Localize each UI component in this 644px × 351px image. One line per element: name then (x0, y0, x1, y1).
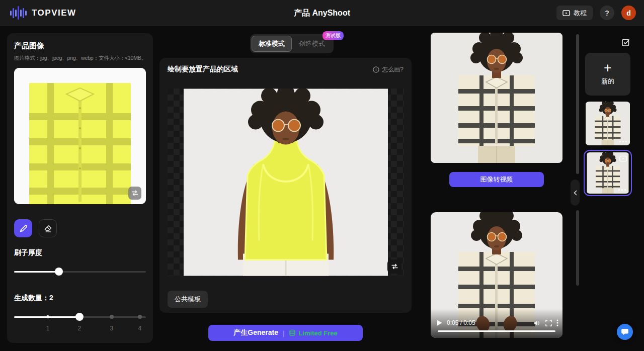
video-progress-bar[interactable] (438, 330, 555, 332)
draw-area-card: 绘制要放置产品的区域 怎么画? 公共模板 (159, 58, 412, 313)
draw-area-title: 绘制要放置产品的区域 (168, 65, 238, 74)
tick-label-3: 3 (110, 325, 114, 332)
canvas-swap-button[interactable] (387, 259, 401, 274)
more-options-button[interactable] (556, 319, 558, 326)
video-badge-icon (619, 155, 627, 164)
generate-label: 产生Generate (233, 328, 278, 337)
beta-badge: 测试版 (323, 31, 344, 40)
logo[interactable]: TOPVIEW (10, 6, 76, 21)
avatar-initial: d (626, 9, 631, 17)
brush-thickness-label: 刷子厚度 (14, 248, 146, 257)
new-label: 新的 (601, 77, 614, 86)
volume-button[interactable] (534, 320, 541, 326)
brush-thickness-slider[interactable] (14, 268, 146, 276)
tutorial-button[interactable]: 教程 (556, 6, 593, 20)
brush-icon (19, 224, 28, 233)
limited-free-label: Limited Free (298, 329, 337, 337)
new-generation-button[interactable]: + 新的 (585, 53, 630, 96)
tick-label-2: 2 (78, 325, 82, 332)
slider-track[interactable] (14, 271, 146, 273)
mode-tabs: 标准模式 创造模式 测试版 (250, 34, 334, 53)
chat-support-button[interactable] (617, 324, 633, 340)
count-stop-3[interactable] (110, 315, 114, 319)
chat-bubble-icon (621, 328, 629, 336)
generate-count-value: 2 (49, 294, 53, 302)
generated-result-image[interactable] (431, 33, 562, 163)
tab-standard-mode[interactable]: 标准模式 (252, 36, 292, 52)
mask-canvas[interactable] (168, 89, 404, 276)
thumbnail-menu-dots[interactable] (618, 189, 626, 191)
tick-label-1: 1 (46, 325, 50, 332)
coins-icon (289, 329, 296, 336)
masked-model-image (184, 89, 388, 276)
avatar[interactable]: d (621, 6, 636, 20)
multi-select-button[interactable] (621, 38, 630, 49)
slider-thumb[interactable] (75, 313, 84, 321)
info-icon (373, 66, 379, 73)
model-photo-with-mask[interactable] (184, 89, 388, 276)
count-tick-labels: 1 2 3 4 (14, 325, 146, 332)
page-title: 产品 AnyShoot (294, 0, 350, 26)
checkbox-check-icon (621, 38, 630, 47)
history-thumbnail-1[interactable] (585, 102, 630, 145)
sidebar-collapse-handle[interactable] (571, 180, 580, 206)
header: TOPVIEW 产品 AnyShoot 教程 ? d (0, 0, 644, 26)
generate-count-slider[interactable] (14, 313, 146, 321)
product-image-box[interactable] (14, 68, 146, 204)
swap-icon (131, 190, 138, 196)
video-player[interactable]: 0:05 / 0:05 (431, 212, 562, 338)
tutorial-label: 教程 (574, 9, 587, 18)
video-tutorial-icon (562, 10, 570, 17)
video-controls: 0:05 / 0:05 (437, 318, 558, 328)
generate-button[interactable]: 产生Generate | Limited Free (208, 325, 363, 341)
logo-text: TOPVIEW (32, 8, 76, 18)
generate-count-label: 生成数量：2 (14, 294, 146, 303)
sidebar-scrollbar-lower[interactable] (576, 210, 579, 286)
thumbnail-menu-dots[interactable] (619, 141, 627, 142)
chevron-left-icon (574, 190, 577, 196)
product-panel-title: 产品图像 (14, 41, 146, 51)
help-button[interactable]: ? (600, 6, 614, 20)
fullscreen-button[interactable] (545, 320, 552, 326)
product-panel: 产品图像 图片格式：jpg、jpeg、png、webp；文件大小：<10MB。 … (7, 33, 153, 343)
waveform-logo-icon (10, 6, 27, 21)
swap-icon (391, 264, 398, 270)
format-hint: 图片格式：jpg、jpeg、png、webp；文件大小：<10MB。 (14, 55, 146, 62)
eraser-tool-button[interactable] (39, 219, 57, 237)
video-time: 0:05 / 0:05 (447, 319, 475, 326)
sidebar-scrollbar[interactable] (576, 34, 579, 174)
result-model-image (431, 33, 562, 163)
play-button[interactable] (437, 320, 442, 326)
slider-thumb[interactable] (55, 268, 63, 276)
generate-divider: | (283, 329, 284, 337)
tab-creative-mode[interactable]: 创造模式 测试版 (292, 36, 332, 52)
thumbnail-image (585, 102, 630, 145)
eraser-icon (44, 224, 52, 233)
plus-icon: + (604, 62, 612, 73)
public-templates-button[interactable]: 公共模板 (168, 291, 208, 308)
swap-product-button[interactable] (128, 187, 141, 200)
tick-label-4: 4 (138, 325, 142, 332)
count-stop-1[interactable] (46, 315, 49, 318)
image-to-video-button[interactable]: 图像转视频 (449, 172, 544, 187)
history-thumbnail-2-selected[interactable] (584, 150, 632, 196)
brush-tool-button[interactable] (14, 219, 32, 237)
product-shirt-image (14, 68, 146, 204)
app-window: TOPVIEW 产品 AnyShoot 教程 ? d 产品图像 图片格式：jpg… (0, 0, 644, 351)
count-stop-4[interactable] (138, 315, 142, 319)
question-icon: ? (605, 9, 609, 17)
how-to-draw-link[interactable]: 怎么画? (373, 65, 404, 74)
